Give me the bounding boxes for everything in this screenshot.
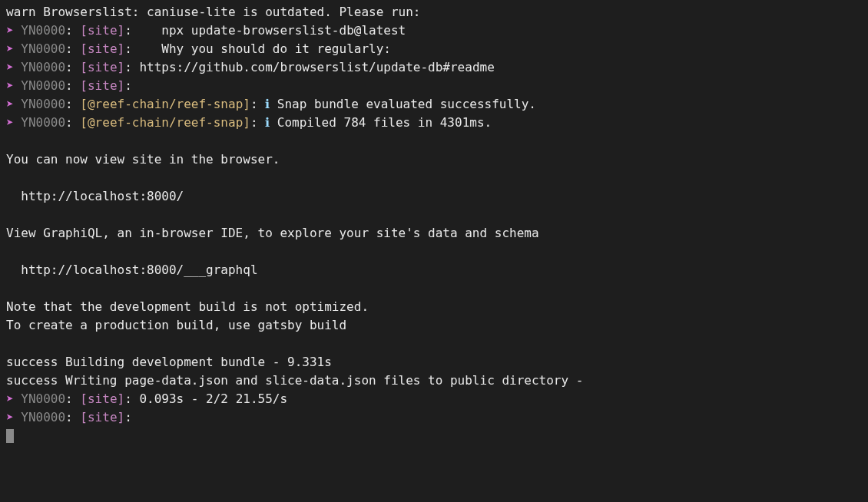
log-line: ➤ YN0000: [site]: xyxy=(6,77,862,95)
arrow-icon: ➤ xyxy=(6,410,14,424)
success-line: success Writing page-data.json and slice… xyxy=(6,372,862,390)
graphql-url: http://localhost:8000/___graphql xyxy=(6,261,862,279)
localhost-url: http://localhost:8000/ xyxy=(6,187,862,206)
yn-code: YN0000 xyxy=(21,410,65,424)
log-line: ➤ YN0000: [site]: xyxy=(6,408,862,427)
log-text: 0.093s - 2/2 21.55/s xyxy=(139,391,287,406)
arrow-icon: ➤ xyxy=(6,97,14,111)
view-site-line: You can now view site in the browser. xyxy=(6,150,862,169)
log-text: Compiled 784 files in 4301ms. xyxy=(270,115,492,130)
yn-code: YN0000 xyxy=(21,115,65,130)
log-text: Snap bundle evaluated successfully. xyxy=(270,97,536,111)
blank-line xyxy=(6,132,862,150)
arrow-icon: ➤ xyxy=(6,391,14,406)
site-label: [site] xyxy=(80,410,124,424)
blank-line xyxy=(6,243,862,261)
cursor-line xyxy=(6,427,862,445)
warn-line: warn Browserslist: caniuse-lite is outda… xyxy=(6,3,862,21)
site-label: [site] xyxy=(80,23,124,38)
yn-code: YN0000 xyxy=(21,23,65,38)
log-line: ➤ YN0000: [@reef-chain/reef-snap]: ℹ Sna… xyxy=(6,95,862,114)
blank-line xyxy=(6,169,862,187)
log-text: Why you should do it regularly: xyxy=(139,41,391,56)
terminal-output: warn Browserslist: caniuse-lite is outda… xyxy=(6,3,862,445)
arrow-icon: ➤ xyxy=(6,23,14,38)
yn-code: YN0000 xyxy=(21,97,65,111)
blank-line xyxy=(6,335,862,353)
log-line: ➤ YN0000: [site]: Why you should do it r… xyxy=(6,40,862,58)
log-line: ➤ YN0000: [@reef-chain/reef-snap]: ℹ Com… xyxy=(6,114,862,132)
blank-line xyxy=(6,279,862,298)
site-label: [site] xyxy=(80,41,124,56)
log-line: ➤ YN0000: [site]: 0.093s - 2/2 21.55/s xyxy=(6,390,862,408)
success-line: success Building development bundle - 9.… xyxy=(6,353,862,372)
blank-line xyxy=(6,206,862,224)
yn-code: YN0000 xyxy=(21,78,65,93)
graphiql-line: View GraphiQL, an in-browser IDE, to exp… xyxy=(6,224,862,243)
log-line: ➤ YN0000: [site]: https://github.com/bro… xyxy=(6,58,862,77)
site-label: [site] xyxy=(80,78,124,93)
reef-label: [@reef-chain/reef-snap] xyxy=(80,115,250,130)
arrow-icon: ➤ xyxy=(6,60,14,74)
note-line: Note that the development build is not o… xyxy=(6,298,862,316)
yn-code: YN0000 xyxy=(21,391,65,406)
yn-code: YN0000 xyxy=(21,41,65,56)
cursor-icon xyxy=(6,429,14,443)
arrow-icon: ➤ xyxy=(6,41,14,56)
arrow-icon: ➤ xyxy=(6,78,14,93)
log-text: https://github.com/browserslist/update-d… xyxy=(139,60,494,74)
reef-label: [@reef-chain/reef-snap] xyxy=(80,97,250,111)
log-text: npx update-browserslist-db@latest xyxy=(139,23,406,38)
site-label: [site] xyxy=(80,391,124,406)
log-line: ➤ YN0000: [site]: npx update-browserslis… xyxy=(6,21,862,40)
note-line: To create a production build, use gatsby… xyxy=(6,316,862,335)
arrow-icon: ➤ xyxy=(6,115,14,130)
site-label: [site] xyxy=(80,60,124,74)
yn-code: YN0000 xyxy=(21,60,65,74)
